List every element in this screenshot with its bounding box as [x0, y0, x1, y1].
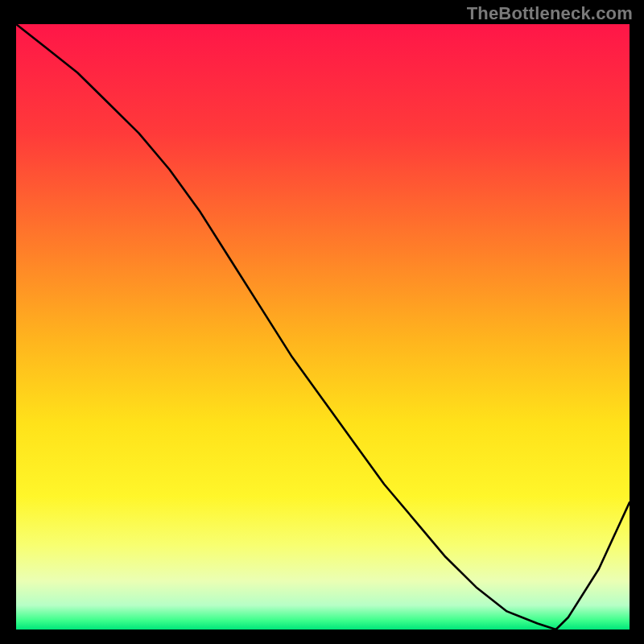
line-chart	[0, 0, 644, 644]
plot-area	[16, 24, 630, 630]
watermark-text: TheBottleneck.com	[467, 3, 633, 24]
chart-container: { "watermark": "TheBottleneck.com", "bot…	[0, 0, 644, 644]
